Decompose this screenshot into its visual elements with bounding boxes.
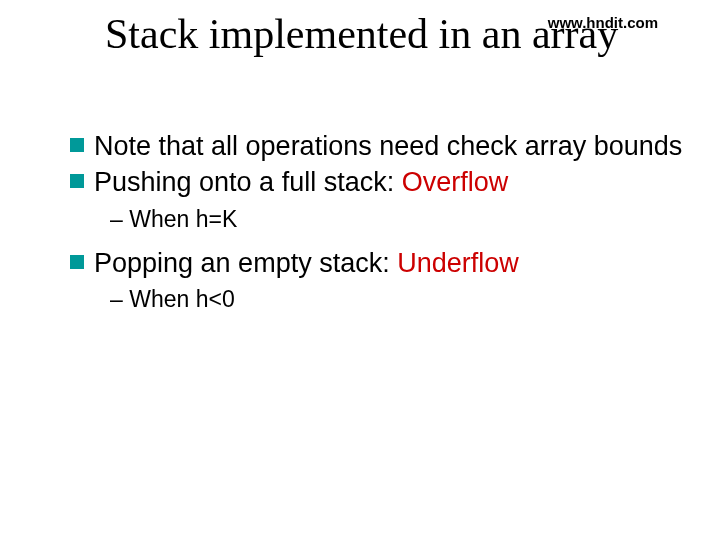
bullet-square-icon — [70, 174, 84, 188]
watermark-url: www.hndit.com — [548, 14, 658, 31]
bullet-item: Popping an empty stack: Underflow — [70, 247, 690, 281]
bullet-prefix: Popping an empty stack: — [94, 248, 397, 278]
sub-bullet-item: – When h<0 — [110, 286, 690, 313]
sub-bullet-text: – When h<0 — [110, 286, 690, 313]
bullet-text: Popping an empty stack: Underflow — [94, 247, 519, 281]
bullet-item: Note that all operations need check arra… — [70, 130, 690, 164]
bullet-square-icon — [70, 138, 84, 152]
overflow-highlight: Overflow — [402, 167, 509, 197]
bullet-square-icon — [70, 255, 84, 269]
slide-title: Stack implemented in an array — [105, 10, 618, 58]
slide-content: Note that all operations need check arra… — [70, 130, 690, 327]
bullet-text: Pushing onto a full stack: Overflow — [94, 166, 508, 200]
bullet-item: Pushing onto a full stack: Overflow — [70, 166, 690, 200]
bullet-text: Note that all operations need check arra… — [94, 130, 682, 164]
bullet-prefix: Pushing onto a full stack: — [94, 167, 402, 197]
underflow-highlight: Underflow — [397, 248, 519, 278]
sub-bullet-item: – When h=K — [110, 206, 690, 233]
sub-bullet-text: – When h=K — [110, 206, 690, 233]
